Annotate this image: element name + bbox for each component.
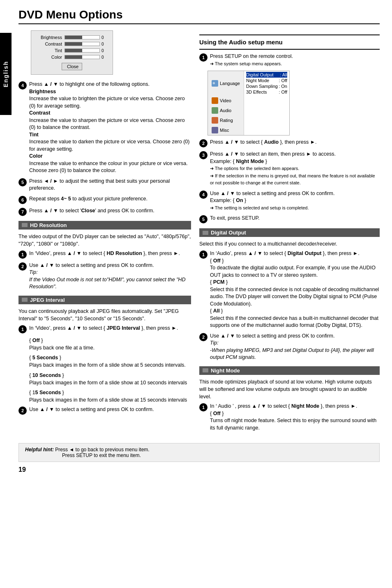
night-mode-value: : Off (279, 78, 287, 83)
hd-step-2: 2 Use ▲ / ▼ to select a setting and pres… (18, 262, 191, 291)
video-menu-label: Video (220, 98, 231, 103)
down-sampling-label: Down Sampling (246, 84, 278, 89)
color-desc: Increase the value to enhance the colour… (29, 161, 188, 174)
step-7: 7 Press ▲ / ▼ to select 'Close' and pres… (18, 207, 191, 216)
hd-resolution-icon (22, 223, 28, 227)
svg-point-3 (212, 108, 217, 113)
audio-step-4: 4 Use ▲ / ▼ to select a setting and pres… (199, 190, 380, 212)
hd-step-2-num: 2 (18, 262, 27, 271)
language-icon-row: ⊕ Language (210, 79, 242, 87)
all-desc: Select this if the connected device has … (210, 315, 378, 328)
color-heading: Color (29, 153, 43, 159)
page-container: English DVD Menu Options Brightness 0 (0, 0, 392, 588)
audio-step-4-num: 4 (199, 191, 208, 199)
step-4: 4 Press ▲ / ▼ to highlight one of the fo… (18, 81, 191, 175)
digital-output-section-title: Digital Output (211, 230, 246, 236)
setup-menu-row-video: Video (208, 96, 289, 106)
step-7-num: 7 (18, 208, 27, 216)
audio-step-1-num: 1 (199, 53, 208, 62)
arrow-setup: ➜ The system setup menu appears. (210, 61, 282, 66)
main-content: DVD Menu Options Brightness 0 Contrast (0, 0, 392, 482)
audio-icon (212, 107, 218, 114)
step-6: 6 Repeat steps 4~ 5 to adjust your pictu… (18, 195, 191, 204)
audio-step-1: 1 Press SETUP on the remote control. ➜ T… (199, 53, 380, 67)
audio-menu-label: Audio (220, 108, 231, 113)
hd-resolution-header: HD Resolution (18, 221, 191, 230)
helpful-hint-prefix: Helpful hint: (25, 447, 54, 452)
misc-menu-label: Misc (220, 128, 229, 133)
setup-menu-table: ⊕ Language Digital Output : All (208, 71, 289, 135)
digital-output-value: : All (280, 72, 287, 77)
night-step-1: 1 In ‘ Audio ’ , press ▲ / ▼ to select {… (199, 403, 380, 432)
digital-tip-text: -When playing MPEG, MP3 and set Digital … (210, 347, 374, 361)
helpful-hint-line1: Press ◄ to go back to previous menu item… (55, 447, 149, 452)
menu-left-language: ⊕ Language (208, 71, 244, 96)
audio-step-2-num: 2 (199, 139, 208, 147)
audio-step-4-content: Use ▲ / ▼ to select a setting and press … (210, 190, 380, 212)
jpeg-step-1-content: In ‘Video’, press ▲ / ▼ to select { JPEG… (29, 325, 191, 332)
night-mode-section-icon (203, 368, 208, 372)
setup-menu-row-misc: Misc (208, 125, 289, 135)
digital-step-2-num: 2 (199, 333, 208, 341)
step-4-content: Press ▲ / ▼ to highlight one of the foll… (29, 81, 191, 175)
arrow-options: ➜ The options for the selected item appe… (210, 166, 299, 171)
page-title: DVD Menu Options (18, 8, 380, 24)
helpful-hint-line2: Press SETUP to exit the menu item. (25, 452, 141, 458)
audio-icon-row: Audio (210, 106, 242, 115)
night-step-1-num: 1 (199, 403, 208, 411)
close-text: 'Close' (80, 208, 96, 214)
night-mode-header: Night Mode (199, 366, 380, 375)
step-5-num: 5 (18, 178, 27, 186)
brightness-heading: Brightness (29, 89, 56, 94)
menu-left-misc: Misc (208, 125, 244, 135)
arrow-completed: ➜ The setting is selected and setup is c… (210, 205, 309, 210)
night-off-desc: Turns off night mode feature. Select thi… (210, 418, 376, 431)
digital-output-section-icon (203, 231, 208, 235)
right-column: Using the Audio setup menu 1 Press SETUP… (199, 30, 380, 435)
brightness-panel: Brightness 0 Contrast 0 Ti (31, 30, 113, 75)
menu-left-audio: Audio (208, 106, 244, 115)
contrast-value: 0 (101, 42, 106, 46)
menu-left-rating: Rating (208, 115, 244, 125)
arrow-greyout: ➜ If the selection in the menu is greyed… (210, 173, 375, 186)
tint-label: Tint (37, 48, 62, 53)
jpeg-step-1-num: 1 (18, 325, 27, 333)
step-7-content: Press ▲ / ▼ to select 'Close' and press … (29, 207, 191, 215)
hd-step-2-content: Use ▲ / ▼ to select a setting and press … (29, 262, 191, 291)
language-icon: ⊕ (212, 80, 218, 87)
night-mode-label: Night Mode (246, 78, 269, 83)
two-col-layout: Brightness 0 Contrast 0 Ti (18, 30, 380, 435)
3d-effects-label: 3D Effects (246, 90, 267, 94)
rating-icon-row: Rating (210, 116, 242, 124)
jpeg-options: { Off } Plays back one file at a time. {… (18, 337, 191, 404)
tint-heading: Tint (29, 132, 39, 138)
3d-effects-option: 3D Effects : Off (246, 89, 287, 95)
brightness-bar (65, 35, 100, 39)
language-menu-label: Language (220, 81, 240, 86)
language-tab: English (0, 33, 12, 115)
tint-row: Tint 0 (37, 48, 106, 53)
video-icon (212, 97, 218, 104)
hd-resolution-title: HD Resolution (30, 222, 67, 228)
audio-step-2-content: Press ▲ / ▼ to select { Audio }, then pr… (210, 139, 380, 146)
jpeg-interval-desc: You can continuously playback all JPEG f… (18, 308, 191, 322)
jpeg-step-2: 2 Use ▲ / ▼ to select a setting and pres… (18, 406, 191, 415)
digital-step-1-content: In ‘Audio’, press ▲ / ▼ to select { Digi… (210, 250, 380, 329)
down-sampling-value: : On (279, 84, 287, 89)
contrast-heading: Contrast (29, 110, 50, 116)
video-icon-row: Video (210, 96, 242, 105)
audio-setup-divider (199, 49, 380, 50)
night-mode-section-title: Night Mode (211, 368, 240, 374)
contrast-bar (65, 42, 100, 46)
jpeg-step-2-content: Use ▲ / ▼ to select a setting and press … (29, 406, 191, 413)
close-button[interactable]: Close (62, 63, 82, 70)
audio-step-3: 3 Press ▲ / ▼ to select an item, then pr… (199, 151, 380, 187)
jpeg-interval-title: JPEG Interval (30, 297, 65, 303)
audio-setup-header: Using the Audio setup menu (199, 39, 380, 46)
hd-tip-label: Tip: (29, 269, 38, 275)
helpful-hint: Helpful hint: Press ◄ to go back to prev… (18, 443, 380, 462)
setup-menu-row-audio: Audio (208, 106, 289, 115)
audio-step-5: 5 To exit, press SETUP. (199, 215, 380, 223)
tint-value: 0 (101, 48, 106, 53)
brightness-value: 0 (101, 35, 106, 40)
